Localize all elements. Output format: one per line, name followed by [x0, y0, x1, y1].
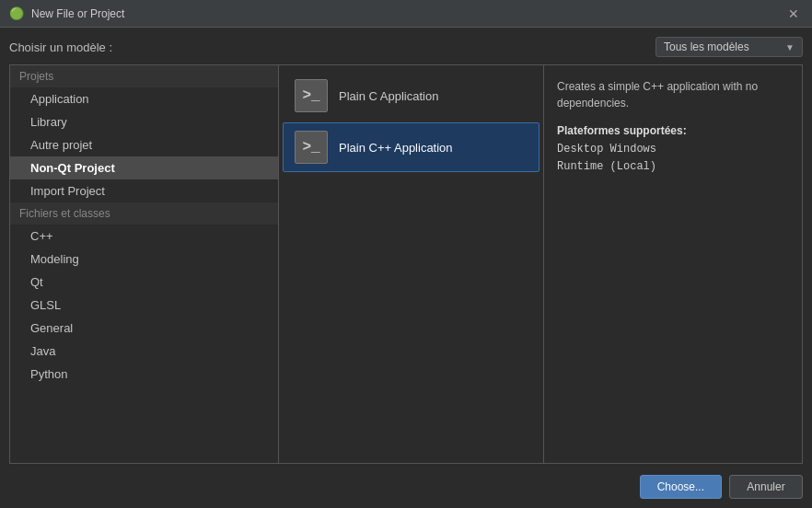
- cancel-button[interactable]: Annuler: [729, 475, 803, 499]
- content-area: ProjetsApplicationLibraryAutre projetNon…: [9, 64, 803, 464]
- choose-button[interactable]: Choose...: [640, 475, 722, 499]
- right-panel: Creates a simple C++ application with no…: [544, 65, 802, 463]
- sidebar-item-java[interactable]: Java: [10, 340, 278, 363]
- close-button[interactable]: ✕: [784, 5, 803, 23]
- template-name: Plain C++ Application: [339, 141, 453, 155]
- sidebar-item-general[interactable]: General: [10, 317, 278, 340]
- sidebar-item-library[interactable]: Library: [10, 110, 278, 133]
- middle-panel: >_Plain C Application>_Plain C++ Applica…: [279, 65, 544, 463]
- platforms-supported: Plateformes supportées: Desktop WindowsR…: [557, 122, 789, 177]
- dropdown-value: Tous les modèles: [664, 40, 749, 53]
- sidebar-item-autre-projet[interactable]: Autre projet: [10, 133, 278, 156]
- tree-section-header: Projets: [10, 65, 278, 87]
- sidebar-item-non-qt-project[interactable]: Non-Qt Project: [10, 156, 278, 179]
- titlebar-title: New File or Project: [31, 7, 124, 20]
- top-row: Choisir un modèle : Tous les modèles ▼: [9, 37, 803, 57]
- titlebar: 🟢 New File or Project ✕: [0, 0, 812, 28]
- platforms-label-text: Plateformes supportées:: [557, 124, 687, 137]
- left-panel: ProjetsApplicationLibraryAutre projetNon…: [10, 65, 279, 463]
- titlebar-left: 🟢 New File or Project: [9, 6, 124, 21]
- template-item-plain-cpp-app[interactable]: >_Plain C++ Application: [283, 122, 539, 172]
- platforms-value: Desktop WindowsRuntime (Local): [557, 143, 656, 173]
- model-dropdown[interactable]: Tous les modèles ▼: [655, 37, 803, 57]
- template-icon: >_: [295, 131, 328, 164]
- template-item-plain-c-app[interactable]: >_Plain C Application: [283, 71, 539, 121]
- template-name: Plain C Application: [339, 89, 438, 103]
- bottom-row: Choose... Annuler: [9, 471, 803, 499]
- template-icon: >_: [295, 79, 328, 112]
- sidebar-item-import-project[interactable]: Import Project: [10, 179, 278, 202]
- app-icon: 🟢: [9, 6, 24, 21]
- dropdown-arrow-icon: ▼: [785, 42, 795, 52]
- dialog-body: Choisir un modèle : Tous les modèles ▼ P…: [0, 28, 812, 508]
- template-description: Creates a simple C++ application with no…: [557, 78, 789, 111]
- sidebar-item-glsl[interactable]: GLSL: [10, 294, 278, 317]
- sidebar-item-qt[interactable]: Qt: [10, 271, 278, 294]
- tree-section-header: Fichiers et classes: [10, 202, 278, 225]
- sidebar-item-python[interactable]: Python: [10, 363, 278, 386]
- sidebar-item-application[interactable]: Application: [10, 87, 278, 110]
- choose-model-label: Choisir un modèle :: [9, 40, 112, 54]
- sidebar-item-cpp[interactable]: C++: [10, 225, 278, 248]
- sidebar-item-modeling[interactable]: Modeling: [10, 248, 278, 271]
